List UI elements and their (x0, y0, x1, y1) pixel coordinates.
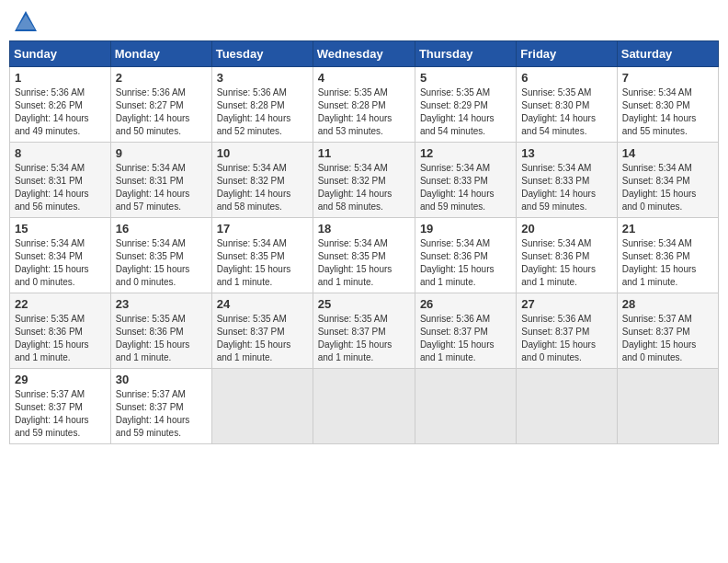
calendar-cell: 12Sunrise: 5:34 AM Sunset: 8:33 PM Dayli… (415, 143, 516, 218)
day-number: 23 (116, 297, 207, 311)
day-number: 29 (15, 373, 106, 386)
day-info: Sunrise: 5:34 AM Sunset: 8:36 PM Dayligh… (622, 237, 713, 289)
day-number: 15 (15, 222, 106, 236)
day-number: 6 (521, 71, 611, 85)
calendar-cell: 19Sunrise: 5:34 AM Sunset: 8:36 PM Dayli… (415, 218, 516, 293)
calendar-cell: 9Sunrise: 5:34 AM Sunset: 8:31 PM Daylig… (110, 143, 211, 218)
day-info: Sunrise: 5:36 AM Sunset: 8:37 PM Dayligh… (521, 313, 611, 364)
day-number: 13 (521, 146, 611, 160)
day-number: 22 (15, 297, 106, 311)
calendar-cell (517, 369, 617, 444)
day-number: 30 (116, 373, 207, 386)
calendar-cell: 30Sunrise: 5:37 AM Sunset: 8:37 PM Dayli… (110, 369, 211, 444)
day-number: 8 (15, 146, 106, 160)
calendar-cell: 10Sunrise: 5:34 AM Sunset: 8:32 PM Dayli… (211, 143, 313, 218)
day-info: Sunrise: 5:35 AM Sunset: 8:37 PM Dayligh… (217, 313, 308, 364)
day-number: 18 (318, 222, 410, 236)
day-number: 16 (116, 222, 207, 236)
day-info: Sunrise: 5:34 AM Sunset: 8:34 PM Dayligh… (622, 162, 713, 213)
calendar-week-2: 15Sunrise: 5:34 AM Sunset: 8:34 PM Dayli… (10, 218, 719, 293)
calendar-cell: 4Sunrise: 5:35 AM Sunset: 8:28 PM Daylig… (313, 67, 415, 143)
calendar-cell (313, 369, 415, 444)
calendar-cell: 29Sunrise: 5:37 AM Sunset: 8:37 PM Dayli… (10, 369, 111, 444)
svg-marker-1 (17, 15, 35, 29)
day-info: Sunrise: 5:35 AM Sunset: 8:36 PM Dayligh… (116, 313, 207, 364)
calendar-cell: 20Sunrise: 5:34 AM Sunset: 8:36 PM Dayli… (517, 218, 617, 293)
calendar-cell: 18Sunrise: 5:34 AM Sunset: 8:35 PM Dayli… (313, 218, 415, 293)
day-number: 11 (318, 146, 410, 160)
calendar-cell (617, 369, 718, 444)
calendar-cell: 11Sunrise: 5:34 AM Sunset: 8:32 PM Dayli… (313, 143, 415, 218)
calendar-cell: 16Sunrise: 5:34 AM Sunset: 8:35 PM Dayli… (110, 218, 211, 293)
calendar-cell: 21Sunrise: 5:34 AM Sunset: 8:36 PM Dayli… (617, 218, 718, 293)
day-info: Sunrise: 5:35 AM Sunset: 8:30 PM Dayligh… (521, 86, 611, 138)
day-number: 17 (217, 222, 308, 236)
day-number: 7 (622, 71, 713, 85)
day-info: Sunrise: 5:34 AM Sunset: 8:31 PM Dayligh… (15, 162, 106, 213)
weekday-header-sunday: Sunday (10, 41, 111, 67)
day-number: 1 (15, 71, 106, 85)
day-number: 2 (116, 71, 207, 85)
day-number: 5 (420, 71, 511, 85)
day-info: Sunrise: 5:34 AM Sunset: 8:33 PM Dayligh… (420, 162, 511, 213)
day-info: Sunrise: 5:37 AM Sunset: 8:37 PM Dayligh… (15, 388, 106, 440)
calendar-cell: 8Sunrise: 5:34 AM Sunset: 8:31 PM Daylig… (10, 143, 111, 218)
calendar-cell: 26Sunrise: 5:36 AM Sunset: 8:37 PM Dayli… (415, 293, 516, 369)
day-info: Sunrise: 5:35 AM Sunset: 8:29 PM Dayligh… (420, 86, 511, 138)
day-info: Sunrise: 5:37 AM Sunset: 8:37 PM Dayligh… (116, 388, 207, 440)
logo (13, 9, 42, 35)
calendar-week-1: 8Sunrise: 5:34 AM Sunset: 8:31 PM Daylig… (10, 143, 719, 218)
calendar-cell: 23Sunrise: 5:35 AM Sunset: 8:36 PM Dayli… (110, 293, 211, 369)
day-number: 12 (420, 146, 511, 160)
day-number: 14 (622, 146, 713, 160)
day-number: 3 (217, 71, 308, 85)
day-info: Sunrise: 5:34 AM Sunset: 8:34 PM Dayligh… (15, 237, 106, 289)
calendar-cell: 24Sunrise: 5:35 AM Sunset: 8:37 PM Dayli… (211, 293, 313, 369)
calendar-cell: 28Sunrise: 5:37 AM Sunset: 8:37 PM Dayli… (617, 293, 718, 369)
calendar-cell: 13Sunrise: 5:34 AM Sunset: 8:33 PM Dayli… (517, 143, 617, 218)
day-number: 19 (420, 222, 511, 236)
day-info: Sunrise: 5:34 AM Sunset: 8:36 PM Dayligh… (420, 237, 511, 289)
day-info: Sunrise: 5:35 AM Sunset: 8:37 PM Dayligh… (318, 313, 410, 364)
weekday-header-wednesday: Wednesday (313, 41, 415, 67)
day-info: Sunrise: 5:35 AM Sunset: 8:28 PM Dayligh… (318, 86, 410, 138)
weekday-header-friday: Friday (517, 41, 617, 67)
calendar-cell: 5Sunrise: 5:35 AM Sunset: 8:29 PM Daylig… (415, 67, 516, 143)
day-number: 9 (116, 146, 207, 160)
day-number: 26 (420, 297, 511, 311)
calendar-cell: 3Sunrise: 5:36 AM Sunset: 8:28 PM Daylig… (211, 67, 313, 143)
weekday-header-saturday: Saturday (617, 41, 718, 67)
day-number: 4 (318, 71, 410, 85)
calendar-cell: 2Sunrise: 5:36 AM Sunset: 8:27 PM Daylig… (110, 67, 211, 143)
day-number: 28 (622, 297, 713, 311)
weekday-header-thursday: Thursday (415, 41, 516, 67)
day-info: Sunrise: 5:35 AM Sunset: 8:36 PM Dayligh… (15, 313, 106, 364)
day-number: 27 (521, 297, 611, 311)
calendar-week-3: 22Sunrise: 5:35 AM Sunset: 8:36 PM Dayli… (10, 293, 719, 369)
calendar-week-0: 1Sunrise: 5:36 AM Sunset: 8:26 PM Daylig… (10, 67, 719, 143)
day-info: Sunrise: 5:34 AM Sunset: 8:35 PM Dayligh… (217, 237, 308, 289)
header (9, 9, 719, 35)
day-number: 21 (622, 222, 713, 236)
calendar-cell: 6Sunrise: 5:35 AM Sunset: 8:30 PM Daylig… (517, 67, 617, 143)
calendar-cell (211, 369, 313, 444)
weekday-header-monday: Monday (110, 41, 211, 67)
calendar-cell: 7Sunrise: 5:34 AM Sunset: 8:30 PM Daylig… (617, 67, 718, 143)
day-info: Sunrise: 5:36 AM Sunset: 8:28 PM Dayligh… (217, 86, 308, 138)
calendar-cell (415, 369, 516, 444)
day-info: Sunrise: 5:34 AM Sunset: 8:30 PM Dayligh… (622, 86, 713, 138)
calendar-cell: 17Sunrise: 5:34 AM Sunset: 8:35 PM Dayli… (211, 218, 313, 293)
day-info: Sunrise: 5:34 AM Sunset: 8:31 PM Dayligh… (116, 162, 207, 213)
calendar-cell: 1Sunrise: 5:36 AM Sunset: 8:26 PM Daylig… (10, 67, 111, 143)
weekday-header-tuesday: Tuesday (211, 41, 313, 67)
day-number: 20 (521, 222, 611, 236)
day-number: 25 (318, 297, 410, 311)
day-info: Sunrise: 5:36 AM Sunset: 8:37 PM Dayligh… (420, 313, 511, 364)
calendar-cell: 14Sunrise: 5:34 AM Sunset: 8:34 PM Dayli… (617, 143, 718, 218)
day-info: Sunrise: 5:34 AM Sunset: 8:32 PM Dayligh… (318, 162, 410, 213)
day-number: 10 (217, 146, 308, 160)
day-info: Sunrise: 5:34 AM Sunset: 8:36 PM Dayligh… (521, 237, 611, 289)
day-info: Sunrise: 5:36 AM Sunset: 8:26 PM Dayligh… (15, 86, 106, 138)
day-info: Sunrise: 5:34 AM Sunset: 8:32 PM Dayligh… (217, 162, 308, 213)
calendar-table: SundayMondayTuesdayWednesdayThursdayFrid… (9, 40, 719, 444)
